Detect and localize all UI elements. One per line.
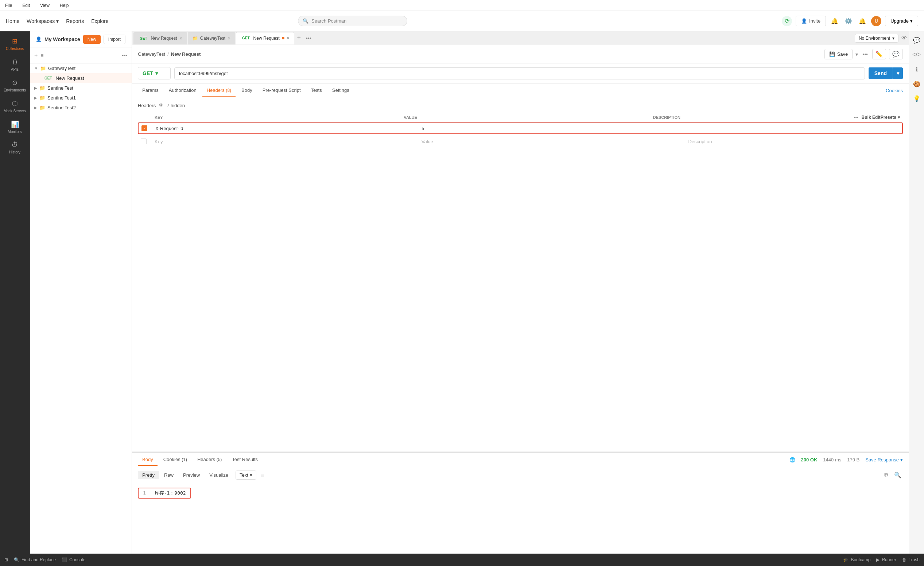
url-input[interactable] [174, 67, 865, 79]
tab-body[interactable]: Body [237, 85, 257, 97]
nav-workspaces[interactable]: Workspaces ▾ [27, 18, 59, 24]
edit-icon[interactable]: ✏️ [872, 49, 886, 59]
filter-icon[interactable]: ≡ [40, 52, 44, 58]
code-icon[interactable]: </> [911, 49, 922, 60]
comment-icon[interactable]: 💬 [911, 34, 922, 46]
menu-edit[interactable]: Edit [20, 1, 32, 9]
collection-sentineltest[interactable]: ▶ 📁 SentinelTest [30, 83, 132, 93]
notification-icon[interactable]: 🔔 [830, 16, 840, 26]
avatar[interactable]: U [871, 16, 881, 26]
sidebar-toggle[interactable]: ⊞ [4, 557, 8, 562]
search-bar[interactable]: 🔍 Search Postman [298, 16, 407, 26]
header-key[interactable]: X-Request-Id [152, 126, 418, 131]
request-area: GatewayTest / New Request 💾 Save ▾ ••• ✏… [132, 45, 909, 554]
tab-new-request-1[interactable]: GET New Request ✕ [134, 32, 187, 45]
response-type-select[interactable]: Text ▾ [236, 470, 256, 480]
more-tabs-button[interactable]: ••• [304, 35, 314, 41]
tab-tests[interactable]: Tests [307, 85, 326, 97]
import-button[interactable]: Import [104, 34, 125, 44]
search-icon[interactable]: 🔍 [892, 470, 903, 480]
tab-label: New Request [254, 36, 280, 41]
copy-icon[interactable]: ⧉ [883, 470, 890, 480]
format-preview[interactable]: Preview [178, 471, 204, 479]
comment-icon[interactable]: 💬 [889, 49, 903, 59]
resp-tab-cookies[interactable]: Cookies (1) [159, 454, 191, 466]
close-icon[interactable]: ✕ [286, 36, 290, 40]
sidebar-item-environments[interactable]: ⊙ Environments [2, 76, 28, 95]
breadcrumb-parent[interactable]: GatewayTest [138, 51, 165, 57]
sidebar-item-monitors[interactable]: 📊 Monitors [2, 117, 28, 137]
more-options-icon[interactable]: ••• [862, 51, 868, 57]
eye-icon[interactable]: 👁 [902, 35, 907, 42]
method-select[interactable]: GET ▾ [138, 67, 171, 79]
env-selector[interactable]: No Environment ▾ [855, 34, 898, 43]
eye-icon[interactable]: 👁 [159, 102, 164, 108]
console-button[interactable]: ⬛ Console [62, 557, 86, 562]
sidebar-item-collections[interactable]: ⊞ Collections [2, 34, 28, 54]
format-pretty[interactable]: Pretty [138, 471, 159, 479]
menu-view[interactable]: View [38, 1, 52, 9]
request-new-request[interactable]: GET New Request [30, 73, 132, 83]
add-icon[interactable]: + [34, 52, 38, 59]
menu-help[interactable]: Help [58, 1, 71, 9]
checkbox[interactable]: ✓ [141, 125, 147, 131]
format-icon[interactable]: ≡ [259, 470, 266, 480]
header-value-placeholder[interactable]: Value [418, 139, 686, 144]
header-key-placeholder[interactable]: Key [152, 139, 418, 144]
sidebar-item-mock-servers[interactable]: ⬡ Mock Servers [2, 97, 28, 116]
tab-params[interactable]: Params [138, 85, 163, 97]
format-raw[interactable]: Raw [160, 471, 178, 479]
console-icon: ⬛ [62, 557, 67, 562]
collection-sentineltest1[interactable]: ▶ 📁 SentinelTest1 [30, 93, 132, 103]
new-button[interactable]: New [83, 35, 100, 44]
sidebar-item-history[interactable]: ⏱ History [2, 138, 28, 157]
tab-pre-request[interactable]: Pre-request Script [258, 85, 305, 97]
tab-settings[interactable]: Settings [328, 85, 354, 97]
more-icon[interactable]: ••• [122, 52, 127, 58]
settings-icon[interactable]: ⚙️ [843, 16, 854, 26]
resp-tab-headers[interactable]: Headers (5) [193, 454, 226, 466]
tab-gatewaytest[interactable]: 📁 GatewayTest ✕ [188, 32, 235, 45]
bulk-edit-button[interactable]: Bulk Edit [862, 115, 880, 120]
cookie-icon[interactable]: 🍪 [911, 78, 922, 90]
format-visualize[interactable]: Visualize [205, 471, 232, 479]
save-response-button[interactable]: Save Response ▾ [865, 457, 903, 463]
send-dropdown-button[interactable]: ▾ [893, 67, 903, 79]
trash-button[interactable]: 🗑 Trash [902, 557, 920, 562]
resp-tab-body[interactable]: Body [138, 454, 158, 466]
sync-icon[interactable]: ⟳ [782, 16, 792, 26]
close-icon[interactable]: ✕ [179, 36, 182, 40]
save-dropdown-icon[interactable]: ▾ [855, 51, 858, 57]
invite-button[interactable]: 👤 Invite [796, 16, 826, 26]
more-options-icon[interactable]: ••• [851, 115, 862, 120]
nav-reports[interactable]: Reports [66, 18, 84, 24]
menu-file[interactable]: File [3, 1, 14, 9]
header-desc-placeholder[interactable]: Description [685, 139, 900, 144]
alerts-icon[interactable]: 🔔 [857, 16, 867, 26]
resp-tab-test-results[interactable]: Test Results [228, 454, 262, 466]
collection-gatewaytest[interactable]: ▼ 📁 GatewayTest [30, 63, 132, 73]
tab-authorization[interactable]: Authorization [165, 85, 201, 97]
nav-home[interactable]: Home [6, 18, 20, 24]
collection-name: SentinelTest1 [47, 95, 127, 100]
close-icon[interactable]: ✕ [228, 36, 231, 40]
send-button[interactable]: Send [868, 67, 893, 79]
find-replace-button[interactable]: 🔍 Find and Replace [14, 557, 56, 562]
save-button[interactable]: 💾 Save [825, 49, 853, 59]
info-icon[interactable]: ℹ [911, 63, 922, 75]
sidebar-item-apis[interactable]: ⟨⟩ APIs [2, 55, 28, 74]
upgrade-button[interactable]: Upgrade ▾ [885, 16, 918, 26]
add-tab-button[interactable]: + [295, 34, 303, 42]
tab-new-request-active[interactable]: GET New Request ✕ [236, 32, 294, 45]
bootcamp-button[interactable]: 🎓 Bootcamp [843, 557, 870, 562]
folder-icon: 📁 [39, 85, 45, 91]
lightbulb-icon[interactable]: 💡 [911, 93, 922, 104]
checkbox-unchecked[interactable] [141, 138, 147, 144]
tab-headers[interactable]: Headers (8) [202, 85, 236, 97]
header-value[interactable]: 5 [418, 126, 685, 131]
nav-explore[interactable]: Explore [91, 18, 108, 24]
collection-sentineltest2[interactable]: ▶ 📁 SentinelTest2 [30, 103, 132, 112]
presets-button[interactable]: Presets ▾ [880, 115, 900, 120]
runner-button[interactable]: ▶ Runner [876, 557, 896, 562]
cookies-link[interactable]: Cookies [886, 88, 903, 93]
